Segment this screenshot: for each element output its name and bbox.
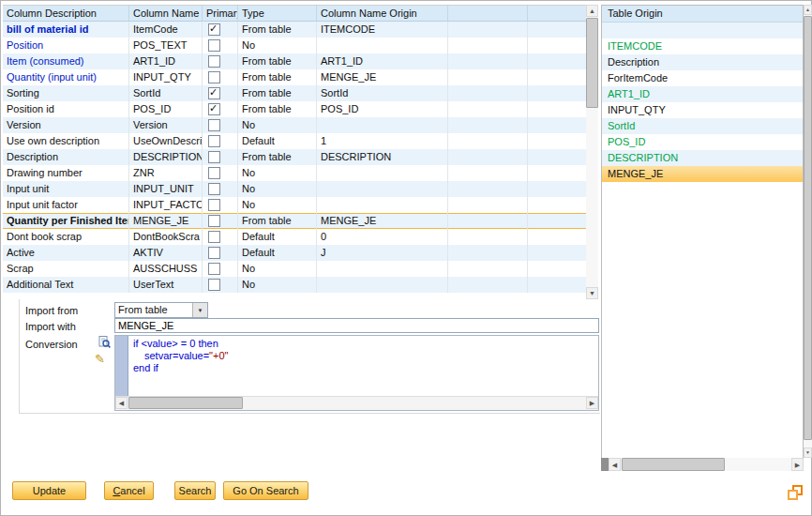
- primary-checkbox[interactable]: ✓: [208, 103, 220, 115]
- scroll-up-button[interactable]: ▲: [804, 5, 812, 15]
- origin-item-selected[interactable]: MENGE_JE: [602, 166, 803, 182]
- cell-origin: [317, 197, 448, 213]
- cell-origin: DESCRIPTION: [317, 149, 448, 165]
- scrollbar-thumb[interactable]: [804, 16, 812, 440]
- primary-checkbox[interactable]: [208, 119, 220, 131]
- scroll-left-button[interactable]: ◀: [115, 397, 128, 409]
- table-row[interactable]: Input unit factor INPUT_FACTO No: [3, 197, 586, 213]
- cell-description: Drawing number: [3, 165, 129, 181]
- table-row[interactable]: Drawing number ZNR No: [3, 165, 586, 181]
- primary-checkbox[interactable]: [208, 183, 220, 195]
- primary-checkbox[interactable]: [208, 247, 220, 259]
- cell-name: INPUT_QTY: [129, 69, 203, 85]
- scrollbar-thumb[interactable]: [586, 18, 598, 108]
- cancel-button[interactable]: Cancel: [104, 481, 154, 500]
- origin-item[interactable]: Description: [602, 54, 803, 70]
- left-arrow-icon: ◀: [612, 462, 617, 468]
- table-row[interactable]: Scrap AUSSCHUSS No: [3, 261, 586, 277]
- table-row[interactable]: Active AKTIV Default J: [3, 245, 586, 261]
- primary-checkbox[interactable]: [208, 55, 220, 68]
- scroll-up-button[interactable]: ▲: [586, 5, 598, 17]
- primary-checkbox[interactable]: [208, 279, 220, 291]
- header-filler: [528, 6, 586, 22]
- table-row[interactable]: Sorting SortId ✓ From table SortId: [3, 85, 586, 101]
- table-row[interactable]: Input unit INPUT_UNIT No: [3, 181, 586, 197]
- check-icon: ✓: [209, 22, 218, 36]
- preview-icon[interactable]: [98, 336, 111, 348]
- table-row[interactable]: Version Version No: [3, 117, 586, 133]
- up-arrow-icon: ▲: [589, 8, 595, 14]
- table-header-row: Column Description Column Name Primary T…: [3, 6, 586, 22]
- origin-horizontal-scrollbar[interactable]: ◀ ▶: [601, 458, 804, 471]
- origin-panel-header: Table Origin: [602, 6, 803, 23]
- conversion-code-editor[interactable]: if <value> = 0 then setvar=value="+0" en…: [114, 335, 599, 411]
- cell-type: From table: [238, 85, 317, 101]
- origin-item[interactable]: DESCRIPTION: [602, 150, 803, 166]
- import-from-select[interactable]: From table ▼: [114, 302, 208, 318]
- import-with-label: Import with: [25, 319, 110, 335]
- primary-checkbox[interactable]: ✓: [208, 23, 220, 36]
- resize-layout-icon[interactable]: [788, 485, 803, 500]
- table-row[interactable]: Position id POS_ID ✓ From table POS_ID: [3, 101, 586, 117]
- primary-checkbox[interactable]: ✓: [208, 87, 220, 99]
- up-arrow-icon: ▲: [805, 8, 810, 12]
- table-vertical-scrollbar[interactable]: ▲ ▼: [586, 5, 598, 299]
- primary-checkbox[interactable]: [208, 215, 220, 227]
- cell-type: From table: [238, 53, 317, 69]
- table-row[interactable]: Additional Text UserText No: [3, 277, 586, 293]
- right-arrow-icon: ▶: [590, 400, 594, 406]
- column-mapping-table: Column Description Column Name Primary T…: [3, 5, 586, 293]
- primary-checkbox[interactable]: [208, 199, 220, 211]
- code-line: end if: [128, 362, 598, 374]
- scrollbar-splitter-box[interactable]: [601, 458, 609, 471]
- table-row[interactable]: Description DESCRIPTION From table DESCR…: [3, 149, 586, 165]
- cell-primary: ✓: [203, 101, 238, 117]
- search-button[interactable]: Search: [174, 481, 216, 500]
- scroll-down-button[interactable]: ▼: [586, 287, 598, 299]
- table-row[interactable]: bill of material id ItemCode ✓ From tabl…: [3, 22, 586, 38]
- cell-description: Item (consumed): [3, 53, 129, 69]
- dropdown-button[interactable]: ▼: [192, 303, 207, 317]
- update-button[interactable]: Update: [12, 481, 86, 500]
- primary-checkbox[interactable]: [208, 151, 220, 163]
- origin-item[interactable]: ForItemCode: [602, 70, 803, 86]
- editor-horizontal-scrollbar[interactable]: ◀ ▶: [115, 396, 598, 410]
- cell-description: Dont book scrap: [3, 229, 129, 245]
- primary-checkbox[interactable]: [208, 231, 220, 243]
- cell-description: Input unit factor: [3, 197, 129, 213]
- cell-type: No: [238, 277, 317, 293]
- table-row[interactable]: Quantity (input unit) INPUT_QTY From tab…: [3, 69, 586, 85]
- primary-checkbox[interactable]: [208, 263, 220, 275]
- primary-checkbox[interactable]: [208, 39, 220, 52]
- conversion-code[interactable]: if <value> = 0 then setvar=value="+0" en…: [128, 336, 598, 397]
- scroll-down-button[interactable]: ▼: [804, 448, 812, 458]
- primary-checkbox[interactable]: [208, 135, 220, 147]
- origin-item[interactable]: [602, 23, 803, 38]
- go-on-search-button[interactable]: Go On Search: [223, 481, 308, 500]
- origin-item[interactable]: INPUT_QTY: [602, 102, 803, 118]
- scrollbar-thumb[interactable]: [128, 397, 243, 409]
- table-row-selected[interactable]: Quantity per Finished Item MENGE_JE From…: [3, 213, 586, 229]
- table-row[interactable]: Use own description UseOwnDescri Default…: [3, 133, 586, 149]
- scrollbar-thumb[interactable]: [622, 458, 725, 471]
- scroll-right-button[interactable]: ▶: [586, 397, 598, 409]
- origin-item[interactable]: SortId: [602, 118, 803, 134]
- cell-description: Quantity (input unit): [3, 69, 129, 85]
- origin-item[interactable]: ART1_ID: [602, 86, 803, 102]
- cell-name: DontBookScra: [129, 229, 203, 245]
- scroll-left-button[interactable]: ◀: [609, 458, 621, 471]
- import-with-input[interactable]: [114, 318, 599, 333]
- primary-checkbox[interactable]: [208, 167, 220, 179]
- wand-icon[interactable]: ✎: [95, 352, 105, 366]
- origin-vertical-scrollbar[interactable]: ▲ ▼: [804, 5, 812, 458]
- cell-name: INPUT_FACTO: [129, 197, 203, 213]
- scroll-right-button[interactable]: ▶: [791, 458, 804, 471]
- origin-item[interactable]: ITEMCODE: [602, 38, 803, 54]
- table-row[interactable]: Dont book scrap DontBookScra Default 0: [3, 229, 586, 245]
- table-row[interactable]: Position POS_TEXT No: [3, 38, 586, 53]
- cell-primary: [203, 53, 238, 69]
- table-row[interactable]: Item (consumed) ART1_ID From table ART1_…: [3, 53, 586, 69]
- origin-item[interactable]: POS_ID: [602, 134, 803, 150]
- primary-checkbox[interactable]: [208, 71, 220, 83]
- check-icon: ✓: [209, 101, 218, 115]
